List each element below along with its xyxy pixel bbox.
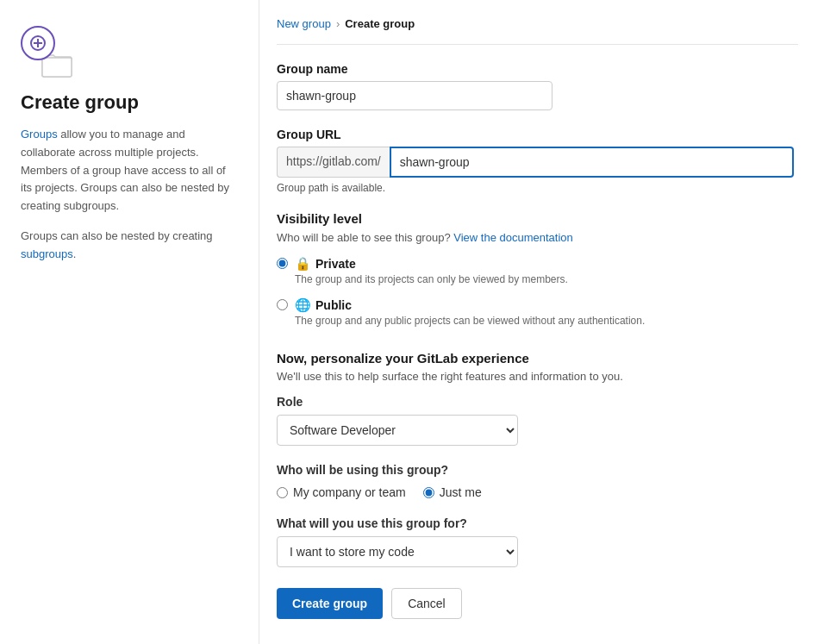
- visibility-title: Visibility level: [277, 211, 798, 226]
- button-row: Create group Cancel: [277, 588, 798, 619]
- breadcrumb-current: Create group: [345, 17, 415, 30]
- public-details: 🌐 Public The group and any public projec…: [295, 297, 645, 327]
- just-me-label: Just me: [440, 485, 482, 499]
- sidebar-desc1: Groups allow you to manage and collabora…: [21, 126, 238, 216]
- visibility-group: Visibility level Who will be able to see…: [277, 211, 798, 327]
- visibility-private-radio[interactable]: [277, 258, 288, 269]
- group-url-group: Group URL https://gitlab.com/ Group path…: [277, 128, 798, 194]
- lock-icon: 🔒: [295, 256, 311, 272]
- public-desc: The group and any public projects can be…: [295, 315, 645, 327]
- use-for-group: What will you use this group for? I want…: [277, 516, 798, 567]
- who-radio-group: My company or team Just me: [277, 485, 798, 499]
- private-details: 🔒 Private The group and its projects can…: [295, 256, 568, 285]
- company-option: My company or team: [277, 485, 406, 499]
- header-divider: [277, 44, 798, 45]
- visibility-desc: Who will be able to see this group? View…: [277, 231, 798, 244]
- visibility-radio-group: 🔒 Private The group and its projects can…: [277, 256, 798, 327]
- who-group: Who will be using this group? My company…: [277, 463, 798, 499]
- view-documentation-link[interactable]: View the documentation: [453, 231, 573, 244]
- groups-link[interactable]: Groups: [21, 128, 58, 141]
- globe-icon: 🌐: [295, 297, 311, 313]
- visibility-private-option: 🔒 Private The group and its projects can…: [277, 256, 798, 285]
- breadcrumb: New group › Create group: [277, 17, 798, 30]
- group-name-label: Group name: [277, 62, 798, 76]
- role-label: Role: [277, 395, 798, 409]
- public-label: Public: [315, 298, 352, 312]
- svg-rect-4: [42, 58, 72, 77]
- personalize-title: Now, personalize your GitLab experience: [277, 351, 798, 366]
- cancel-button[interactable]: Cancel: [391, 588, 462, 619]
- company-label: My company or team: [293, 485, 406, 499]
- just-me-option: Just me: [423, 485, 482, 499]
- breadcrumb-new-group[interactable]: New group: [277, 17, 331, 30]
- company-radio[interactable]: [277, 487, 288, 498]
- private-label: Private: [315, 257, 356, 271]
- breadcrumb-separator: ›: [336, 17, 340, 30]
- personalize-desc: We'll use this to help surface the right…: [277, 370, 798, 383]
- url-prefix: https://gitlab.com/: [277, 147, 390, 178]
- page-layout: Create group Groups allow you to manage …: [0, 0, 824, 644]
- role-group: Role Software Developer Engineering Mana…: [277, 395, 798, 446]
- sidebar-icon: [21, 26, 72, 78]
- sidebar-title: Create group: [21, 91, 238, 114]
- subgroups-link[interactable]: subgroups: [21, 247, 73, 260]
- url-input[interactable]: [390, 147, 794, 178]
- url-group-container: https://gitlab.com/: [277, 147, 794, 178]
- role-select[interactable]: Software Developer Engineering Manager D…: [277, 415, 518, 446]
- use-for-label: What will you use this group for?: [277, 516, 798, 530]
- group-url-label: Group URL: [277, 128, 798, 141]
- use-for-select[interactable]: I want to store my code I want to learn …: [277, 536, 518, 567]
- visibility-public-radio[interactable]: [277, 299, 288, 310]
- sidebar: Create group Groups allow you to manage …: [0, 0, 259, 644]
- private-desc: The group and its projects can only be v…: [295, 273, 568, 285]
- url-available-text: Group path is available.: [277, 182, 798, 194]
- create-group-button[interactable]: Create group: [277, 588, 383, 619]
- plus-circle-icon: [21, 26, 55, 60]
- main-content: New group › Create group Group name Grou…: [259, 0, 824, 644]
- just-me-radio[interactable]: [423, 487, 434, 498]
- group-name-input[interactable]: [277, 81, 552, 110]
- who-label: Who will be using this group?: [277, 463, 798, 477]
- visibility-public-option: 🌐 Public The group and any public projec…: [277, 297, 798, 327]
- personalize-section: Now, personalize your GitLab experience …: [277, 351, 798, 567]
- group-name-group: Group name: [277, 62, 798, 110]
- sidebar-desc2: Groups can also be nested by creating su…: [21, 228, 238, 264]
